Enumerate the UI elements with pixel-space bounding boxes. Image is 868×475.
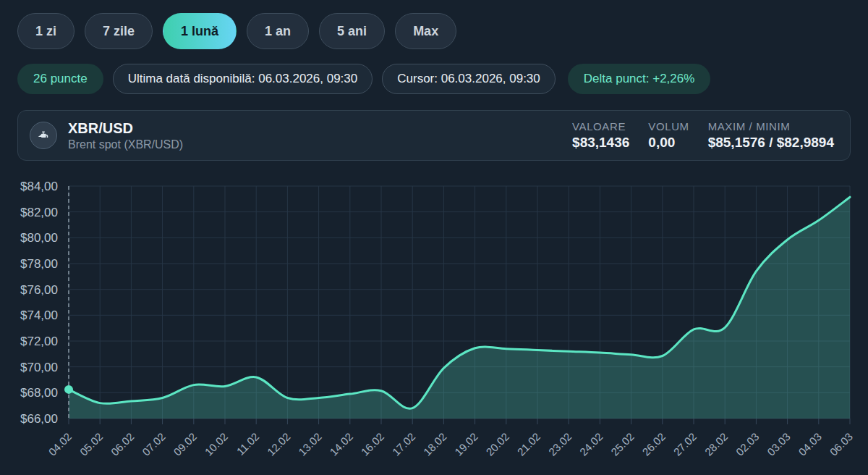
x-axis-label: 07.02: [140, 430, 168, 458]
y-axis-label: $72,00: [20, 335, 58, 348]
x-axis-label: 12.02: [265, 430, 293, 458]
x-axis-label: 28.02: [702, 430, 731, 458]
instrument-stats: VALOARE $83,1436 VOLUM 0,00 MAXIM / MINI…: [572, 120, 834, 151]
timeframe-button-1zi[interactable]: 1 zi: [17, 13, 75, 49]
stat-label: VALOARE: [572, 120, 626, 133]
y-axis-label: $68,00: [20, 386, 58, 400]
oil-can-icon: [30, 122, 57, 149]
x-axis-label: 13.02: [296, 430, 324, 458]
price-chart[interactable]: $84,00$82,00$80,00$78,00$76,00$74,00$72,…: [0, 177, 868, 474]
x-axis-label: 19.02: [452, 430, 480, 458]
x-axis-label: 11.02: [234, 430, 262, 458]
y-axis-label: $82,00: [20, 206, 58, 219]
instrument-info-bar: XBR/USD Brent spot (XBR/USD) VALOARE $83…: [17, 110, 851, 161]
x-axis-label: 10.02: [203, 430, 231, 458]
timeframe-button-1an[interactable]: 1 an: [247, 13, 309, 49]
timeframe-button-max[interactable]: Max: [395, 13, 456, 49]
last-date-chip: Ultima dată disponibilă: 06.03.2026, 09:…: [113, 64, 373, 94]
y-axis-label: $66,00: [20, 412, 58, 426]
stat-label: VOLUM: [648, 120, 689, 133]
x-axis-label: 18.02: [421, 430, 449, 458]
x-axis-label: 25.02: [608, 430, 637, 458]
timeframe-button-1luna[interactable]: 1 lună: [163, 13, 237, 49]
y-axis-label: $80,00: [20, 231, 58, 245]
x-axis-label: 04.03: [796, 430, 824, 458]
x-axis-label: 17.02: [390, 430, 418, 458]
x-axis-label: 02.03: [733, 430, 762, 458]
x-axis-label: 06.02: [109, 430, 137, 458]
x-axis-label: 23.02: [546, 430, 574, 458]
x-axis-label: 05.02: [77, 430, 106, 458]
chart-container: $84,00$82,00$80,00$78,00$76,00$74,00$72,…: [0, 177, 868, 474]
stat-value: 0,00: [648, 135, 675, 151]
x-axis-label: 06.03: [827, 430, 856, 458]
y-axis-label: $74,00: [20, 308, 58, 322]
delta-badge: Delta punct: +2,26%: [568, 64, 711, 94]
timeframe-button-5ani[interactable]: 5 ani: [319, 13, 385, 49]
cursor-dot: [64, 385, 73, 394]
x-axis-label: 03.03: [765, 430, 793, 458]
cursor-chip: Cursor: 06.03.2026, 09:30: [382, 64, 556, 94]
instrument-symbol: XBR/USD: [68, 120, 183, 137]
x-axis-label: 14.02: [327, 430, 355, 458]
timeframe-button-row: 1 zi 7 zile 1 lună 1 an 5 ani Max: [0, 0, 868, 49]
stat-maxim-minim: MAXIM / MINIM $85,1576 / $82,9894: [708, 120, 834, 151]
x-axis-label: 16.02: [359, 430, 387, 458]
y-axis-label: $78,00: [20, 257, 58, 271]
instrument-titles: XBR/USD Brent spot (XBR/USD): [68, 120, 183, 151]
x-axis-label: 21.02: [515, 430, 543, 458]
y-axis-label: $70,00: [20, 361, 58, 374]
x-axis-label: 04.02: [46, 430, 75, 458]
stat-valoare: VALOARE $83,1436: [572, 120, 629, 151]
price-area: [69, 197, 850, 419]
stat-label: MAXIM / MINIM: [708, 120, 791, 133]
x-axis-label: 09.02: [171, 430, 199, 458]
points-count-badge: 26 puncte: [17, 64, 103, 94]
timeframe-button-7zile[interactable]: 7 zile: [85, 13, 153, 49]
x-axis-label: 26.02: [639, 430, 668, 458]
y-axis-label: $76,00: [20, 283, 58, 297]
y-axis-label: $84,00: [20, 180, 58, 193]
x-axis-label: 27.02: [671, 430, 699, 458]
stat-value: $85,1576 / $82,9894: [708, 135, 834, 151]
x-axis-label: 20.02: [483, 430, 511, 458]
x-axis-label: 24.02: [577, 430, 605, 458]
stat-value: $83,1436: [572, 135, 629, 151]
status-bar: 26 puncte Ultima dată disponibilă: 06.03…: [0, 49, 868, 94]
stat-volum: VOLUM 0,00: [648, 120, 689, 151]
instrument-name: Brent spot (XBR/USD): [68, 138, 183, 151]
